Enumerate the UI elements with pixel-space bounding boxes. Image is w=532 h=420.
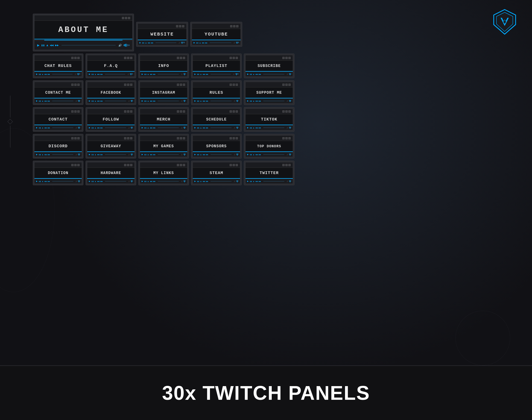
- my-games-title: MY GAMES: [152, 142, 175, 151]
- panel-steam[interactable]: STEAM ▶▮▮▲◀◀▶▶♬: [191, 161, 242, 185]
- subscribe-title: SUBSCRIBE: [256, 61, 282, 70]
- giveaway-title: GIVEAWAY: [100, 142, 122, 151]
- chat-rules-title: CHAT RULES: [43, 61, 73, 71]
- youtube-title: YOUTUBE: [203, 30, 229, 39]
- panel-row-3: CONTACT ME ▶▮▮▲◀◀▶▶♬ FACEBOOK ▶▮▮▲◀◀▶▶♬ …: [33, 80, 499, 105]
- stop-icon[interactable]: ▲: [46, 44, 48, 47]
- panel-my-links[interactable]: MY LINKS ▶▮▮▲◀◀▶▶♬: [138, 161, 189, 185]
- play-btn[interactable]: ▶: [194, 41, 195, 44]
- vol-icon: ♬: [233, 42, 235, 44]
- next-icon[interactable]: ▶▶: [55, 43, 59, 47]
- sponsors-title: SPONSORS: [205, 142, 228, 151]
- prev-btn[interactable]: ◀◀: [202, 42, 204, 44]
- schedule-title: SCHEDULE: [205, 115, 228, 124]
- playlist-title: PLAYLIST: [204, 61, 228, 71]
- steam-title: STEAM: [208, 169, 224, 178]
- bg-deco-circle-right: [455, 311, 510, 365]
- follow-title: FOLLOW: [101, 115, 120, 124]
- instagram-title: INSTAGRAM: [151, 88, 176, 97]
- panel-facebook[interactable]: FACEBOOK ▶▮▮▲◀◀▶▶♬: [86, 80, 136, 105]
- tiktok-title: TIKTOK: [260, 115, 278, 124]
- panel-contact-me[interactable]: CONTACT ME ▶▮▮▲◀◀▶▶♬: [33, 80, 83, 105]
- about-me-title: ABOUT ME: [57, 21, 110, 39]
- panel-giveaway[interactable]: GIVEAWAY ▶▮▮▲◀◀▶▶♬: [86, 134, 136, 158]
- top-donors-title: TOP DONORS: [256, 142, 282, 151]
- merch-title: MERCH: [156, 115, 171, 124]
- support-me-title: SUPPORT ME: [255, 88, 283, 97]
- panel-chat-rules[interactable]: CHAT RULES ▶▮▮▲◀◀▶▶♬: [33, 54, 83, 78]
- contact-me-title: CONTACT ME: [44, 88, 72, 97]
- next-btn[interactable]: ▶▶: [151, 42, 153, 44]
- my-links-title: MY LINKS: [152, 169, 175, 177]
- prev-icon[interactable]: ◀◀: [50, 43, 53, 47]
- panel-subscribe[interactable]: SUBSCRIBE ▶▮▮▲◀◀▶▶♬: [244, 54, 294, 78]
- next-btn[interactable]: ▶▶: [205, 42, 207, 44]
- panel-playlist[interactable]: PLAYLIST ▶▮▮▲◀◀▶▶♬: [191, 54, 242, 78]
- discord-title: DISCORD: [47, 142, 69, 151]
- panel-youtube[interactable]: YOUTUBE ▶ ▮▮ ▲ ◀◀ ▶▶ ♬: [190, 22, 242, 47]
- panel-hardware[interactable]: HARDWARE ▶▮▮▲◀◀▶▶♬: [86, 161, 136, 185]
- faq-title: F.A.Q: [103, 61, 119, 71]
- panel-info[interactable]: INFO ▶▮▮▲◀◀▶▶♬: [138, 54, 189, 78]
- twitter-title: TWITTER: [258, 169, 280, 178]
- pause-btn[interactable]: ▮▮: [142, 42, 144, 44]
- bottom-bar: 30x TWITCH PANELS: [0, 365, 532, 420]
- info-title: INFO: [157, 61, 170, 71]
- panel-follow[interactable]: FOLLOW ▶▮▮▲◀◀▶▶♬: [86, 107, 136, 132]
- volume-icon: 🔊: [118, 44, 122, 47]
- panel-row-5: DISCORD ▶▮▮▲◀◀▶▶♬ GIVEAWAY ▶▮▮▲◀◀▶▶♬ MY …: [33, 134, 499, 158]
- panel-website[interactable]: WEBSITE ▶ ▮▮ ▲ ◀◀ ▶▶ ♬: [136, 22, 188, 47]
- bottom-title: 30x TWITCH PANELS: [162, 382, 370, 404]
- panel-merch[interactable]: MERCH ▶▮▮▲◀◀▶▶♬: [138, 107, 189, 132]
- hardware-title: HARDWARE: [100, 169, 122, 177]
- panel-contact[interactable]: CONTACT ▶▮▮▲◀◀▶▶♬: [33, 107, 83, 132]
- donation-title: DONATION: [47, 169, 69, 177]
- panel-row-1: ABOUT ME ▶ ▮▮ ▲ ◀◀ ▶▶ 🔊: [33, 14, 499, 51]
- panel-about-me[interactable]: ABOUT ME ▶ ▮▮ ▲ ◀◀ ▶▶ 🔊: [33, 14, 134, 51]
- panel-my-games[interactable]: MY GAMES ▶▮▮▲◀◀▶▶♬: [138, 134, 189, 158]
- panel-instagram[interactable]: INSTAGRAM ▶▮▮▲◀◀▶▶♬: [138, 80, 189, 105]
- pause-icon[interactable]: ▮▮: [41, 43, 45, 47]
- panel-twitter[interactable]: TWITTER ▶▮▮▲◀◀▶▶♬: [244, 161, 294, 185]
- panel-faq[interactable]: F.A.Q ▶▮▮▲◀◀▶▶♬: [86, 54, 136, 78]
- panel-top-donors[interactable]: TOP DONORS ▶▮▮▲◀◀▶▶♬: [244, 134, 294, 158]
- panel-donation[interactable]: DONATION ▶▮▮▲◀◀▶▶♬: [33, 161, 83, 185]
- pause-btn[interactable]: ▮▮: [196, 42, 198, 44]
- panel-rules[interactable]: RULES ▶▮▮▲◀◀▶▶♬: [191, 80, 242, 105]
- vol-icon: ♬: [179, 42, 180, 44]
- facebook-title: FACEBOOK: [100, 88, 122, 97]
- rules-title: RULES: [208, 88, 224, 97]
- stop-btn[interactable]: ▲: [200, 42, 201, 44]
- play-icon[interactable]: ▶: [37, 43, 39, 48]
- panels-container: ABOUT ME ▶ ▮▮ ▲ ◀◀ ▶▶ 🔊: [33, 14, 499, 187]
- panel-row-6: DONATION ▶▮▮▲◀◀▶▶♬ HARDWARE ▶▮▮▲◀◀▶▶♬ MY…: [33, 161, 499, 185]
- prev-btn[interactable]: ◀◀: [148, 42, 150, 44]
- panel-sponsors[interactable]: SPONSORS ▶▮▮▲◀◀▶▶♬: [191, 134, 242, 158]
- website-title: WEBSITE: [149, 30, 175, 39]
- panel-row-4: CONTACT ▶▮▮▲◀◀▶▶♬ FOLLOW ▶▮▮▲◀◀▶▶♬ MERCH…: [33, 107, 499, 132]
- play-btn[interactable]: ▶: [139, 41, 141, 44]
- panel-discord[interactable]: DISCORD ▶▮▮▲◀◀▶▶♬: [33, 134, 83, 158]
- volume-bar: [123, 44, 130, 47]
- panel-support-me[interactable]: SUPPORT ME ▶▮▮▲◀◀▶▶♬: [244, 80, 294, 105]
- panel-schedule[interactable]: SCHEDULE ▶▮▮▲◀◀▶▶♬: [191, 107, 242, 132]
- contact-title: CONTACT: [47, 115, 69, 124]
- panel-row-2: CHAT RULES ▶▮▮▲◀◀▶▶♬ F.A.Q ▶▮▮▲◀◀▶▶♬ INF…: [33, 54, 499, 78]
- side-decoration: [8, 96, 12, 148]
- panel-tiktok[interactable]: TIKTOK ▶▮▮▲◀◀▶▶♬: [244, 107, 294, 132]
- stop-btn[interactable]: ▲: [145, 42, 147, 44]
